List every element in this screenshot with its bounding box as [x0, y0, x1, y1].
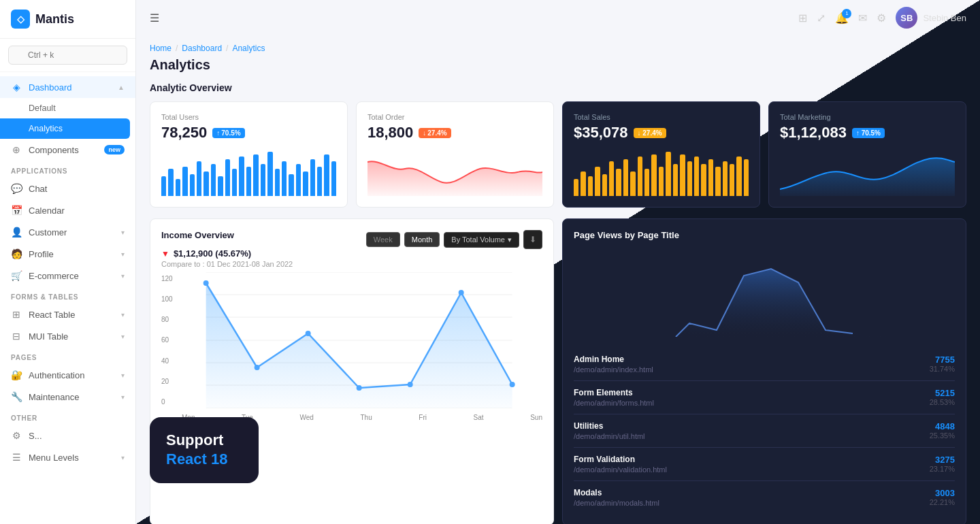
sidebar-item-menu-levels[interactable]: ☰ Menu Levels ▾: [0, 446, 135, 468]
sidebar-search-area: 🔍: [0, 39, 135, 72]
notifications-icon[interactable]: 🔔 1: [835, 12, 849, 24]
x-sat: Sat: [474, 414, 484, 421]
page-view-count: 4848: [930, 421, 955, 431]
sidebar-item-customer[interactable]: 👤 Customer ▾: [0, 221, 135, 243]
download-btn[interactable]: ⬇: [523, 230, 542, 249]
page-view-row: Form Elements /demo/admin/forms.html 521…: [574, 381, 955, 414]
bar: [574, 179, 578, 196]
page-view-url: /demo/admin/validation.html: [574, 465, 667, 474]
sidebar-item-calendar[interactable]: 📅 Calendar: [0, 199, 135, 221]
auth-icon: 🔐: [11, 370, 22, 380]
page-view-pct: 22.21%: [930, 498, 955, 506]
search-input[interactable]: [8, 46, 127, 65]
s-label: S...: [29, 431, 125, 441]
bar: [595, 167, 600, 196]
breadcrumb: Home / Dashboard / Analytics: [150, 35, 966, 53]
x-thu: Thu: [361, 414, 372, 421]
sidebar-item-profile[interactable]: 🧑 Profile ▾: [0, 243, 135, 265]
x-fri: Fri: [419, 414, 427, 421]
sidebar-item-dashboard[interactable]: ◈ Dashboard ▲: [0, 76, 135, 98]
bar: [182, 167, 187, 196]
page-view-info: Form Validation /demo/admin/validation.h…: [574, 455, 667, 474]
bar: [744, 159, 749, 196]
sidebar-item-components[interactable]: ⊕ Components new: [0, 139, 135, 161]
svg-point-13: [509, 382, 514, 387]
stat-label-users: Total Users: [161, 113, 336, 121]
bar: [666, 152, 670, 196]
chat-label: Chat: [29, 184, 125, 194]
bar: [708, 159, 713, 196]
dropdown-arrow: ▾: [508, 235, 512, 244]
bar: [310, 159, 315, 196]
bar: [659, 167, 664, 196]
breadcrumb-home[interactable]: Home: [150, 44, 172, 53]
stat-value-orders: 18,800 ↓ 27.4%: [368, 124, 542, 142]
fullscreen-icon[interactable]: ⤢: [817, 12, 826, 24]
y-axis-120: 120: [161, 275, 173, 282]
month-btn[interactable]: Month: [404, 232, 440, 247]
applications-section-label: Applications: [0, 161, 135, 178]
sales-bar-chart: [574, 148, 749, 196]
apps-icon[interactable]: ⊞: [798, 12, 807, 24]
bar: [176, 179, 180, 196]
sidebar-item-maintenance[interactable]: 🔧 Maintenance ▾: [0, 386, 135, 408]
page-view-pct: 31.74%: [930, 365, 955, 373]
bar: [296, 164, 301, 196]
auth-label: Authentication: [29, 370, 114, 380]
bar: [211, 164, 216, 196]
support-text-line1: Support: [166, 431, 242, 451]
y-axis-100: 100: [161, 295, 173, 303]
page-view-info: Admin Home /demo/admin/index.html: [574, 355, 653, 374]
income-compare: Compare to : 01 Dec 2021-08 Jan 2022: [161, 260, 293, 268]
bar: [324, 154, 329, 196]
y-axis-0: 0: [161, 398, 173, 406]
pages-section-label: Pages: [0, 347, 135, 364]
settings-icon[interactable]: ⚙: [877, 12, 886, 24]
bar: [701, 164, 706, 196]
menu-toggle-icon[interactable]: ☰: [150, 12, 159, 24]
bar: [317, 167, 322, 196]
y-axis-80: 80: [161, 316, 173, 323]
bar: [651, 154, 656, 196]
bar: [203, 171, 208, 196]
ecommerce-icon: 🛒: [11, 270, 22, 281]
page-view-name: Modals: [574, 488, 659, 497]
sidebar-item-chat[interactable]: 💬 Chat: [0, 178, 135, 199]
bar: [246, 167, 251, 196]
sidebar-item-s[interactable]: ⚙ S...: [0, 425, 135, 446]
svg-point-8: [254, 365, 259, 370]
content: Home / Dashboard / Analytics Analytics A…: [136, 35, 980, 524]
svg-point-7: [203, 280, 208, 286]
breadcrumb-current: Analytics: [232, 44, 265, 53]
page-view-nums: 3275 23.17%: [930, 455, 955, 473]
bar: [715, 167, 720, 196]
analytics-label: Analytics: [29, 124, 63, 133]
bar: [303, 171, 308, 196]
sidebar-item-authentication[interactable]: 🔐 Authentication ▾: [0, 364, 135, 386]
brand-name: Mantis: [35, 12, 74, 27]
analytic-overview-title: Analytic Overview: [150, 82, 966, 93]
stats-row: Total Users 78,250 ↑ 70.5% Total Order 1…: [150, 101, 966, 208]
week-btn[interactable]: Week: [366, 232, 400, 247]
messages-icon[interactable]: ✉: [858, 12, 867, 24]
dark-area-chart: Fri Sat Sun: [574, 248, 955, 340]
sidebar-item-ecommerce[interactable]: 🛒 E-commerce ▾: [0, 265, 135, 286]
react-table-icon: ⊞: [11, 309, 22, 320]
sidebar-nav: ◈ Dashboard ▲ Default Analytics ⊕ Compon…: [0, 72, 135, 524]
sidebar-item-analytics[interactable]: Analytics: [0, 118, 130, 139]
bar: [609, 161, 614, 196]
page-view-count: 7755: [930, 355, 955, 365]
header-right: ⊞ ⤢ 🔔 1 ✉ ⚙ SB Stebin Ben: [798, 7, 966, 29]
sidebar-brand[interactable]: ◇ Mantis: [0, 0, 135, 39]
stat-card-sales: Total Sales $35,078 ↓ 27.4%: [562, 101, 760, 208]
customer-arrow: ▾: [121, 229, 125, 236]
stat-badge-sales: ↓ 27.4%: [634, 128, 666, 138]
volume-btn[interactable]: By Total Volume ▾: [444, 232, 519, 248]
sidebar-item-react-table[interactable]: ⊞ React Table ▾: [0, 304, 135, 325]
header-user[interactable]: SB Stebin Ben: [896, 7, 966, 29]
sidebar-item-default[interactable]: Default: [0, 98, 135, 118]
sidebar-item-mui-table[interactable]: ⊟ MUI Table ▾: [0, 325, 135, 347]
avatar: SB: [896, 7, 917, 29]
page-view-row: Modals /demo/admin/modals.html 3003 22.2…: [574, 481, 955, 514]
breadcrumb-dashboard[interactable]: Dashboard: [182, 44, 222, 53]
